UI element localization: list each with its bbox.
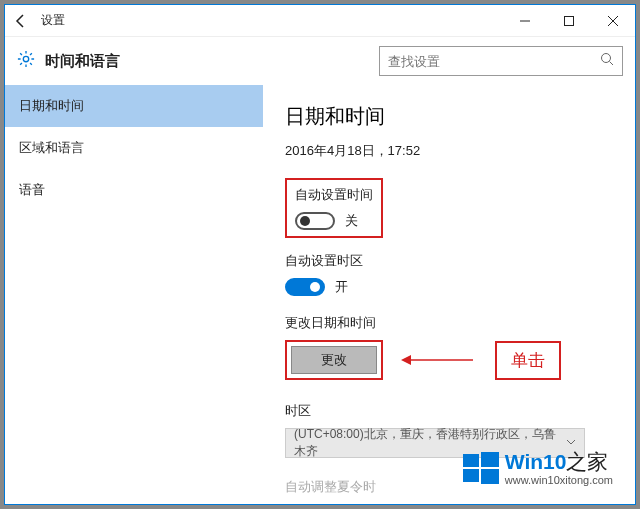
content-pane: 日期和时间 2016年4月18日，17:52 自动设置时间 关 自动设置时区 开… xyxy=(263,85,635,504)
titlebar: 设置 xyxy=(5,5,635,37)
settings-window: 设置 时间和语言 日期和时间 区域和语言 语音 日期和时间 2016年4月18日… xyxy=(4,4,636,505)
change-datetime-label: 更改日期和时间 xyxy=(285,314,613,332)
windows-logo-icon xyxy=(461,448,501,488)
watermark: Win10之家 www.win10xitong.com xyxy=(461,448,613,488)
annotation-arrow xyxy=(401,350,473,370)
auto-tz-label: 自动设置时区 xyxy=(285,252,613,270)
sidebar-item-datetime[interactable]: 日期和时间 xyxy=(5,85,263,127)
maximize-button[interactable] xyxy=(547,5,591,37)
search-icon xyxy=(600,52,614,70)
minimize-button[interactable] xyxy=(503,5,547,37)
window-controls xyxy=(503,5,635,37)
annotation-box-auto-time: 自动设置时间 关 xyxy=(285,178,383,238)
body: 日期和时间 区域和语言 语音 日期和时间 2016年4月18日，17:52 自动… xyxy=(5,85,635,504)
svg-rect-1 xyxy=(565,16,574,25)
annotation-box-change: 更改 xyxy=(285,340,383,380)
timezone-label: 时区 xyxy=(285,402,613,420)
svg-rect-11 xyxy=(463,469,479,482)
search-box[interactable] xyxy=(379,46,623,76)
sidebar: 日期和时间 区域和语言 语音 xyxy=(5,85,263,504)
svg-point-4 xyxy=(23,56,28,61)
current-datetime: 2016年4月18日，17:52 xyxy=(285,142,613,160)
auto-time-state: 关 xyxy=(345,212,358,230)
annotation-callout: 单击 xyxy=(495,341,561,380)
sidebar-item-label: 区域和语言 xyxy=(19,139,84,157)
svg-rect-12 xyxy=(481,469,499,484)
watermark-brand: Win10之家 xyxy=(505,450,613,473)
auto-tz-toggle[interactable] xyxy=(285,278,325,296)
sidebar-item-label: 语音 xyxy=(19,181,45,199)
watermark-url: www.win10xitong.com xyxy=(505,474,613,486)
close-button[interactable] xyxy=(591,5,635,37)
auto-time-toggle[interactable] xyxy=(295,212,335,230)
svg-line-6 xyxy=(610,62,614,66)
svg-rect-9 xyxy=(463,454,479,467)
header-title: 时间和语言 xyxy=(45,52,120,71)
back-button[interactable] xyxy=(5,5,37,37)
window-title: 设置 xyxy=(41,12,65,29)
page-heading: 日期和时间 xyxy=(285,103,613,130)
sidebar-item-speech[interactable]: 语音 xyxy=(5,169,263,211)
auto-time-label: 自动设置时间 xyxy=(295,186,373,204)
auto-tz-state: 开 xyxy=(335,278,348,296)
header: 时间和语言 xyxy=(5,37,635,85)
search-input[interactable] xyxy=(388,54,600,69)
svg-rect-10 xyxy=(481,452,499,467)
sidebar-item-region[interactable]: 区域和语言 xyxy=(5,127,263,169)
svg-marker-8 xyxy=(401,355,411,365)
svg-point-5 xyxy=(602,54,611,63)
change-button[interactable]: 更改 xyxy=(291,346,377,374)
sidebar-item-label: 日期和时间 xyxy=(19,97,84,115)
gear-icon xyxy=(17,50,35,72)
